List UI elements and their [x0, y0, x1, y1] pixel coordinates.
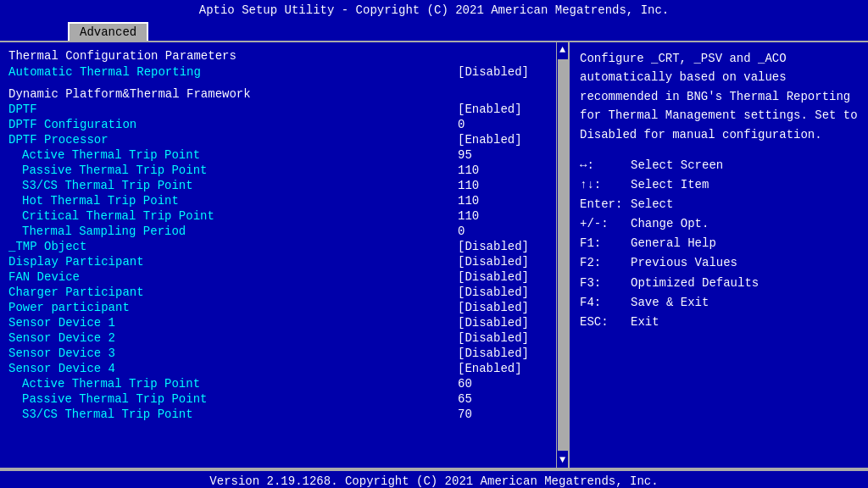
row-value: 65 — [458, 392, 559, 406]
row-label: Active Thermal Trip Point — [8, 148, 200, 162]
scroll-up-arrow[interactable]: ▲ — [558, 42, 567, 58]
table-row[interactable]: S3/CS Thermal Trip Point110 — [8, 178, 559, 193]
row-label: S3/CS Thermal Trip Point — [8, 179, 193, 192]
key-help-row: F4:Save & Exit — [580, 293, 858, 313]
key-desc: Select Screen — [631, 158, 723, 172]
key-desc: Select Item — [631, 178, 709, 191]
tab-advanced[interactable]: Advanced — [68, 22, 148, 41]
row-value: [Enabled] — [458, 103, 559, 116]
table-row[interactable]: Charger Participant[Disabled] — [8, 285, 559, 300]
row-value: [Disabled] — [458, 240, 559, 253]
key-desc: General Help — [631, 236, 716, 250]
table-row[interactable]: Active Thermal Trip Point60 — [8, 376, 559, 391]
row-label: Sensor Device 1 — [8, 316, 115, 330]
row-value: [Disabled] — [458, 255, 559, 269]
row-value: 70 — [458, 408, 559, 421]
table-row[interactable]: Hot Thermal Trip Point110 — [8, 193, 559, 208]
row-label: Thermal Sampling Period — [8, 225, 186, 238]
table-row[interactable]: Thermal Sampling Period0 — [8, 224, 559, 239]
scroll-thumb[interactable] — [558, 59, 568, 451]
table-row[interactable]: Dynamic Platform&Thermal Framework — [8, 86, 559, 102]
right-panel: Configure _CRT, _PSV and _ACO automatica… — [568, 42, 868, 468]
table-row[interactable]: Passive Thermal Trip Point110 — [8, 163, 559, 178]
table-row[interactable]: Sensor Device 3[Disabled] — [8, 346, 559, 361]
row-value: 110 — [458, 179, 559, 192]
row-value: 110 — [458, 194, 559, 208]
scrollbar: ▲ ▼ — [556, 42, 568, 468]
table-row[interactable]: DPTF Configuration0 — [8, 117, 559, 132]
row-value: [Disabled] — [458, 331, 559, 345]
row-label: Display Participant — [8, 255, 144, 269]
key-label: F4: — [580, 293, 631, 313]
row-value: [Enabled] — [458, 362, 559, 375]
tab-bar: Advanced — [0, 20, 868, 41]
table-row[interactable]: FAN Device[Disabled] — [8, 269, 559, 285]
title-bar: Aptio Setup Utility - Copyright (C) 2021… — [0, 0, 868, 20]
row-value: [Disabled] — [458, 286, 559, 299]
key-label: Enter: — [580, 195, 631, 214]
table-row[interactable]: DPTF Processor[Enabled] — [8, 132, 559, 147]
row-label: S3/CS Thermal Trip Point — [8, 408, 193, 421]
table-row[interactable]: Sensor Device 2[Disabled] — [8, 330, 559, 346]
row-value: [Disabled] — [458, 316, 559, 330]
row-value: 0 — [458, 118, 559, 131]
table-row[interactable]: DPTF[Enabled] — [8, 102, 559, 117]
left-panel: Thermal Configuration Parameters Automat… — [0, 42, 568, 468]
key-help-row: ↔:Select Screen — [580, 156, 858, 175]
row-label: Sensor Device 2 — [8, 331, 115, 345]
row-label: Sensor Device 3 — [8, 347, 115, 360]
help-text: Configure _CRT, _PSV and _ACO automatica… — [580, 49, 858, 144]
footer: Version 2.19.1268. Copyright (C) 2021 Am… — [0, 469, 868, 488]
table-row[interactable]: Active Thermal Trip Point95 — [8, 147, 559, 163]
row-value: [Disabled] — [458, 65, 559, 79]
table-row[interactable]: Sensor Device 4[Enabled] — [8, 361, 559, 376]
row-value: 110 — [458, 164, 559, 177]
row-value: 60 — [458, 377, 559, 391]
table-row[interactable]: Power participant[Disabled] — [8, 300, 559, 315]
key-desc: Exit — [631, 315, 659, 329]
footer-text: Version 2.19.1268. Copyright (C) 2021 Am… — [209, 474, 658, 488]
main-content: Thermal Configuration Parameters Automat… — [0, 41, 868, 469]
row-value: 110 — [458, 209, 559, 223]
row-label: DPTF Configuration — [8, 118, 136, 131]
config-rows: Automatic Thermal Reporting[Disabled]Dyn… — [8, 64, 559, 422]
row-label: Active Thermal Trip Point — [8, 377, 200, 391]
row-label: _TMP Object — [8, 240, 86, 253]
row-label: DPTF — [8, 103, 37, 116]
row-value: 0 — [458, 225, 559, 238]
table-row[interactable]: Automatic Thermal Reporting[Disabled] — [8, 64, 559, 80]
table-row[interactable]: Critical Thermal Trip Point110 — [8, 208, 559, 224]
row-value: [Disabled] — [458, 270, 559, 284]
key-help-row: Enter:Select — [580, 195, 858, 214]
table-row[interactable]: S3/CS Thermal Trip Point70 — [8, 407, 559, 422]
row-value: [Disabled] — [458, 301, 559, 314]
row-label: Sensor Device 4 — [8, 362, 115, 375]
row-label: Critical Thermal Trip Point — [8, 209, 214, 223]
key-help-row: F1:General Help — [580, 234, 858, 253]
scroll-down-arrow[interactable]: ▼ — [558, 452, 567, 468]
key-label: F1: — [580, 234, 631, 253]
key-label: ↑↓: — [580, 175, 631, 195]
row-label: DPTF Processor — [8, 133, 108, 147]
table-row[interactable]: Display Participant[Disabled] — [8, 254, 559, 269]
table-row[interactable]: Sensor Device 1[Disabled] — [8, 315, 559, 330]
row-label: Hot Thermal Trip Point — [8, 194, 179, 208]
row-label: Passive Thermal Trip Point — [8, 392, 207, 406]
table-row[interactable]: Passive Thermal Trip Point65 — [8, 391, 559, 407]
row-label: Automatic Thermal Reporting — [8, 65, 201, 79]
key-desc: Previous Values — [631, 256, 737, 269]
section-title: Thermal Configuration Parameters — [8, 49, 559, 63]
row-value: [Enabled] — [458, 133, 559, 147]
spacer — [8, 80, 559, 86]
key-desc: Optimized Defaults — [631, 276, 759, 290]
key-help-row: ↑↓:Select Item — [580, 175, 858, 195]
row-label: FAN Device — [8, 270, 80, 284]
key-label: ESC: — [580, 313, 631, 332]
table-row[interactable]: _TMP Object[Disabled] — [8, 239, 559, 254]
key-desc: Save & Exit — [631, 296, 709, 309]
key-label: F3: — [580, 274, 631, 293]
title-text: Aptio Setup Utility - Copyright (C) 2021… — [199, 3, 670, 17]
row-value: [Disabled] — [458, 347, 559, 360]
key-help-row: F3:Optimized Defaults — [580, 274, 858, 293]
row-value: 95 — [458, 148, 559, 162]
